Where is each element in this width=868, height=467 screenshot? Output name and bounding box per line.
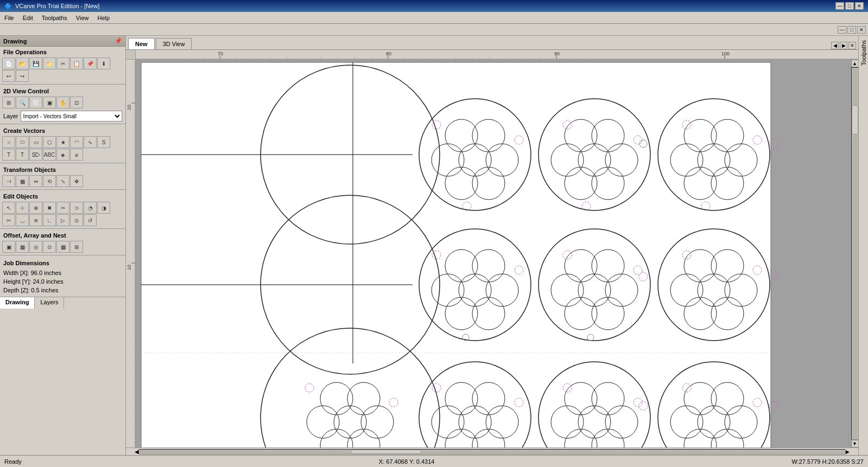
job-height: Height [Y]: 24.0 inches <box>3 277 122 286</box>
align-button[interactable]: ⊣ <box>2 175 15 187</box>
edit-objects-header: Edit Objects <box>0 191 125 201</box>
spiro-tool[interactable]: S <box>97 136 110 148</box>
bottom-tabs: Drawing Layers <box>0 297 125 309</box>
vscroll-up-button[interactable]: ▲ <box>851 60 859 67</box>
layer-select[interactable]: Import - Vectors Small <box>21 111 122 121</box>
new-file-button[interactable]: 📄 <box>2 57 15 69</box>
left-panel: Drawing 📌 File Operations 📄 📂 💾 📁 ✂ 📋 📌 … <box>0 36 126 455</box>
import-button[interactable]: ⬇ <box>97 57 110 69</box>
right-panel[interactable]: Toolpaths <box>858 36 868 455</box>
select-tool[interactable]: ↖ <box>2 202 15 214</box>
hscroll-thumb[interactable] <box>351 450 421 454</box>
chamfer-tool[interactable]: ◑ <box>97 202 110 214</box>
tab-close-all[interactable]: ✕ <box>848 42 856 49</box>
array-copy-button[interactable]: ▦ <box>16 241 29 253</box>
close-tool[interactable]: ⊙ <box>70 214 83 226</box>
vscroll-track[interactable] <box>851 67 859 440</box>
zoom-in-button[interactable]: 🔍 <box>16 97 29 108</box>
zoom-selected-button[interactable]: ▣ <box>43 97 56 108</box>
zoom-box-button[interactable]: ⬜ <box>29 97 42 108</box>
extend-tool[interactable]: ▷ <box>56 214 69 226</box>
hscroll-left-button[interactable]: ◀ <box>135 449 138 455</box>
nest-button[interactable]: ⊙ <box>43 241 56 253</box>
canvas-viewport[interactable] <box>136 60 851 447</box>
word-import-tool[interactable]: ABC <box>43 149 56 161</box>
move-button[interactable]: ✥ <box>70 175 83 187</box>
vscroll-thumb[interactable] <box>852 105 858 135</box>
trim-tool[interactable]: ✂ <box>56 202 69 214</box>
node-select-tool[interactable]: ⊹ <box>16 202 29 214</box>
scale-button[interactable]: ⤡ <box>56 175 69 187</box>
wireframe-button[interactable]: ⊡ <box>70 97 83 108</box>
node-edit-tool[interactable]: ◈ <box>56 149 69 161</box>
undo-button[interactable]: ↩ <box>2 70 15 82</box>
app-title: VCarve Pro Trial Edition - [New] <box>15 3 99 9</box>
horizontal-scrollbar[interactable]: ◀ ▶ <box>126 447 858 455</box>
pin-icon[interactable]: 📌 <box>115 37 122 44</box>
canvas-tab-new[interactable]: New <box>128 38 155 49</box>
menu-help[interactable]: Help <box>93 14 114 22</box>
menu-toolpaths[interactable]: Toolpaths <box>37 14 72 22</box>
corner-tool[interactable]: ∟ <box>43 214 56 226</box>
group-button[interactable]: ▦ <box>16 175 29 187</box>
text-tool[interactable]: T <box>2 149 15 161</box>
status-ready: Ready <box>4 458 22 465</box>
tab-layers[interactable]: Layers <box>35 297 64 309</box>
hscroll-right-button[interactable]: ▶ <box>846 449 850 455</box>
copy-button[interactable]: 📋 <box>70 57 83 69</box>
text-arc-tool[interactable]: T <box>16 149 29 161</box>
vertical-scrollbar[interactable]: ▲ ▼ <box>851 60 858 447</box>
minimize-button[interactable]: — <box>835 2 844 10</box>
menu-file[interactable]: File <box>0 14 18 22</box>
divider-5 <box>0 228 125 229</box>
fillet-tool[interactable]: ◔ <box>84 202 97 214</box>
redo-button[interactable]: ↪ <box>16 70 29 82</box>
tab-drawing[interactable]: Drawing <box>0 297 35 309</box>
reverse-tool[interactable]: ↺ <box>84 214 97 226</box>
spiral-tool[interactable]: ⌀ <box>70 149 83 161</box>
mirror-button[interactable]: ⇔ <box>29 175 42 187</box>
delete-tool[interactable]: ✖ <box>43 202 56 214</box>
add-node-tool[interactable]: ⊕ <box>29 202 42 214</box>
star-tool[interactable]: ★ <box>56 136 69 148</box>
title-bar-left: 🔷 VCarve Pro Trial Edition - [New] <box>4 3 99 10</box>
menu-view[interactable]: View <box>72 14 93 22</box>
close-button[interactable]: ✕ <box>855 2 864 10</box>
cut-button[interactable]: ✂ <box>56 57 69 69</box>
zoom-extents-button[interactable]: ⊞ <box>2 97 15 108</box>
nest-sheets-button[interactable]: ▩ <box>56 241 69 253</box>
open-folder-button[interactable]: 📁 <box>43 57 56 69</box>
vscroll-down-button[interactable]: ▼ <box>851 440 859 447</box>
polygon-tool[interactable]: ⬡ <box>43 136 56 148</box>
rectangle-tool[interactable]: ▭ <box>29 136 42 148</box>
tab-nav-right[interactable]: ▶ <box>840 42 847 49</box>
offset-tool[interactable]: ⊃ <box>70 202 83 214</box>
hscroll-track[interactable] <box>138 449 846 455</box>
rotate-button[interactable]: ⟲ <box>43 175 56 187</box>
scissors-tool[interactable]: ✂ <box>2 214 15 226</box>
save-file-button[interactable]: 💾 <box>29 57 42 69</box>
fit-text-tool[interactable]: ⌦ <box>29 149 42 161</box>
menu-edit[interactable]: Edit <box>18 14 37 22</box>
inner-close-button[interactable]: ✕ <box>857 26 866 34</box>
smooth-tool[interactable]: ≋ <box>29 214 42 226</box>
paste-button[interactable]: 📌 <box>84 57 97 69</box>
maximize-button[interactable]: □ <box>845 2 854 10</box>
edit-objects-toolbar: ↖ ⊹ ⊕ ✖ ✂ ⊃ ◔ ◑ ✂ ◡ ≋ ∟ ▷ ⊙ ↺ <box>0 201 125 227</box>
arc-tool[interactable]: ◠ <box>70 136 83 148</box>
ellipse-tool[interactable]: ⬭ <box>16 136 29 148</box>
inner-maximize-button[interactable]: □ <box>847 26 856 34</box>
circular-array-button[interactable]: ◎ <box>29 241 42 253</box>
tab-nav-left[interactable]: ◀ <box>831 42 839 49</box>
offset-toolbar: ▣ ▦ ◎ ⊙ ▩ ⊞ <box>0 240 125 254</box>
arc-fit-tool[interactable]: ◡ <box>16 214 29 226</box>
circle-tool[interactable]: ○ <box>2 136 15 148</box>
nest-auto-button[interactable]: ⊞ <box>70 241 83 253</box>
curve-tool[interactable]: ∿ <box>84 136 97 148</box>
inner-minimize-button[interactable]: — <box>838 26 846 34</box>
pan-button[interactable]: ✋ <box>56 97 69 108</box>
offset-vectors-button[interactable]: ▣ <box>2 241 15 253</box>
svg-text:10: 10 <box>126 265 132 270</box>
open-file-button[interactable]: 📂 <box>16 57 29 69</box>
canvas-tab-3d[interactable]: 3D View <box>156 38 192 49</box>
